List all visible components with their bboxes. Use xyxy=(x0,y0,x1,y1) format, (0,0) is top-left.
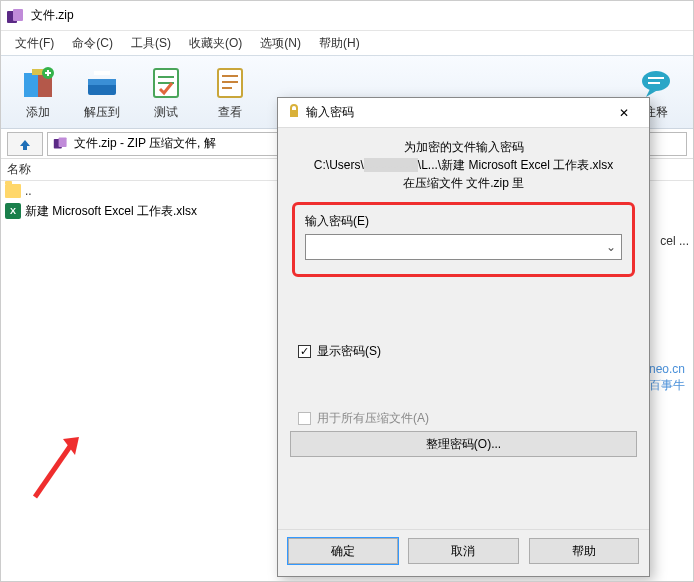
dialog-close-button[interactable]: ✕ xyxy=(607,102,641,124)
password-label: 输入密码(E) xyxy=(305,213,622,230)
ok-button[interactable]: 确定 xyxy=(288,538,398,564)
toolbar-test-button[interactable]: 测试 xyxy=(135,59,197,125)
updir-label: .. xyxy=(25,184,32,198)
toolbar-add-label: 添加 xyxy=(26,104,50,121)
toolbar-view-button[interactable]: 查看 xyxy=(199,59,261,125)
extract-icon xyxy=(82,64,122,102)
toolbar-view-label: 查看 xyxy=(218,104,242,121)
svg-point-12 xyxy=(642,71,670,91)
svg-rect-6 xyxy=(94,71,110,75)
path-text: 文件.zip - ZIP 压缩文件, 解 xyxy=(74,135,216,152)
test-icon xyxy=(146,64,186,102)
show-password-row[interactable]: ✓ 显示密码(S) xyxy=(298,343,637,360)
dialog-footer: 确定 取消 帮助 xyxy=(278,529,649,576)
svg-rect-14 xyxy=(648,82,660,84)
toolbar-extract-button[interactable]: 解压到 xyxy=(71,59,133,125)
view-icon xyxy=(210,64,250,102)
annotation-arrow-icon xyxy=(29,431,89,501)
help-button[interactable]: 帮助 xyxy=(529,538,639,564)
up-arrow-icon xyxy=(16,137,34,151)
toolbar-test-label: 测试 xyxy=(154,104,178,121)
folder-icon xyxy=(5,184,21,198)
svg-rect-9 xyxy=(222,75,238,77)
file-name: 新建 Microsoft Excel 工作表.xlsx xyxy=(25,203,197,220)
svg-rect-10 xyxy=(222,81,238,83)
dialog-title-text: 输入密码 xyxy=(306,104,607,121)
info-line-2: C:\Users\xxxxxxxxx\L...\新建 Microsoft Exc… xyxy=(290,156,637,174)
menu-tools[interactable]: 工具(S) xyxy=(125,33,177,54)
archive-icon xyxy=(54,137,68,148)
svg-rect-13 xyxy=(648,77,664,79)
password-input[interactable] xyxy=(305,234,622,260)
svg-rect-0 xyxy=(24,73,38,97)
dialog-info-text: 为加密的文件输入密码 C:\Users\xxxxxxxxx\L...\新建 Mi… xyxy=(290,138,637,192)
use-for-all-row: 用于所有压缩文件(A) xyxy=(298,410,637,427)
svg-rect-11 xyxy=(222,87,232,89)
svg-rect-15 xyxy=(290,110,298,117)
chevron-down-icon: ⌄ xyxy=(606,240,616,254)
dialog-titlebar: 输入密码 ✕ xyxy=(278,98,649,128)
info-line-3: 在压缩文件 文件.zip 里 xyxy=(290,174,637,192)
window-titlebar: 文件.zip xyxy=(1,1,693,31)
window-title: 文件.zip xyxy=(31,7,74,24)
menu-help[interactable]: 帮助(H) xyxy=(313,33,366,54)
truncated-text-fragment: cel ... xyxy=(660,234,689,248)
menu-commands[interactable]: 命令(C) xyxy=(66,33,119,54)
menu-favorites[interactable]: 收藏夹(O) xyxy=(183,33,248,54)
toolbar-add-button[interactable]: 添加 xyxy=(7,59,69,125)
up-directory-button[interactable] xyxy=(7,132,43,156)
menu-options[interactable]: 选项(N) xyxy=(254,33,307,54)
use-for-all-label: 用于所有压缩文件(A) xyxy=(317,410,429,427)
menu-file[interactable]: 文件(F) xyxy=(9,33,60,54)
add-archive-icon xyxy=(18,64,58,102)
use-for-all-checkbox xyxy=(298,412,311,425)
dialog-body: 为加密的文件输入密码 C:\Users\xxxxxxxxx\L...\新建 Mi… xyxy=(278,128,649,465)
excel-file-icon: X xyxy=(5,203,21,219)
info-line-1: 为加密的文件输入密码 xyxy=(290,138,637,156)
highlight-box: 输入密码(E) ⌄ xyxy=(292,202,635,277)
close-icon: ✕ xyxy=(619,106,629,120)
dialog-icon xyxy=(286,104,300,121)
toolbar-extract-label: 解压到 xyxy=(84,104,120,121)
password-dropdown-button[interactable]: ⌄ xyxy=(601,235,621,259)
password-dialog: 输入密码 ✕ 为加密的文件输入密码 C:\Users\xxxxxxxxx\L..… xyxy=(277,97,650,577)
svg-rect-5 xyxy=(88,79,116,85)
show-password-checkbox[interactable]: ✓ xyxy=(298,345,311,358)
organize-passwords-button[interactable]: 整理密码(O)... xyxy=(290,431,637,457)
winrar-app-icon xyxy=(7,9,25,23)
menu-bar: 文件(F) 命令(C) 工具(S) 收藏夹(O) 选项(N) 帮助(H) xyxy=(1,31,693,55)
column-name: 名称 xyxy=(7,161,31,178)
show-password-label: 显示密码(S) xyxy=(317,343,381,360)
cancel-button[interactable]: 取消 xyxy=(408,538,518,564)
